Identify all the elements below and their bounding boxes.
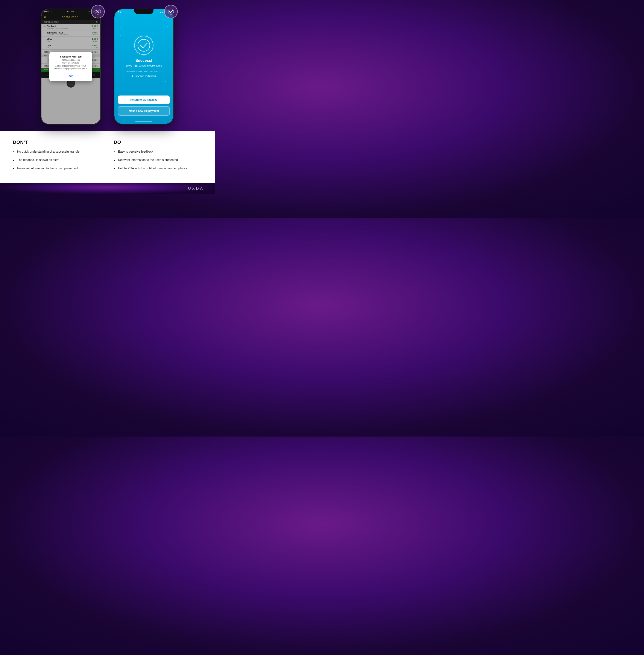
bottom-section: DON'T No quick understanding of a succes… xyxy=(0,131,215,183)
good-badge xyxy=(164,5,178,19)
notch-time: 9:41 xyxy=(118,11,122,14)
success-title: Success! xyxy=(135,59,152,63)
svg-point-3 xyxy=(168,9,174,15)
dialog-ok-button[interactable]: OK xyxy=(69,75,73,78)
new-bill-payment-button[interactable]: Make a new bill payment xyxy=(118,106,170,116)
close-button-row: ✕ xyxy=(114,15,173,20)
reference-number: Reference number: RB83140819142222 xyxy=(127,71,161,73)
dont-title: DON'T xyxy=(13,140,101,145)
success-circle xyxy=(134,36,154,55)
left-phone: ●●●○○ GS 9:41 AM 🔵▲📶🔋 ≡ comdirect Edit c… xyxy=(41,8,101,124)
return-to-finances-button[interactable]: Return to My finances xyxy=(118,95,170,104)
dialog-overlay: Feedback HBCI job 81870423/20041133 SEPA… xyxy=(41,9,100,124)
do-list: Easy to perceive feedback Relevant infor… xyxy=(114,149,202,171)
svg-point-4 xyxy=(138,39,150,51)
notch xyxy=(134,9,154,14)
dialog-line-2: SEPA-Überweisung xyxy=(53,62,89,65)
dont-column: DON'T No quick understanding of a succes… xyxy=(13,140,101,174)
decorative-dots: ~ ~ xyxy=(114,20,173,93)
dialog-body: 81870423/20041133 SEPA-Überweisung Auftr… xyxy=(53,59,89,70)
do-title: DO xyxy=(114,140,202,145)
bad-badge xyxy=(91,5,105,19)
success-content: ~ ~ Success! 60.00 AED sent to Mobile ho xyxy=(114,20,173,93)
right-phone: 9:41 ▲▲))))🔋 ✕ xyxy=(114,8,174,124)
dont-list: No quick understanding of a successful t… xyxy=(13,149,101,171)
dialog-line-3: Auftrag entgegengenommen. (0010) xyxy=(53,65,89,68)
download-icon: ⬇ xyxy=(131,74,133,77)
list-item: Relevant information to the user is pres… xyxy=(114,158,202,162)
list-item: Irrelevant information to the is user pr… xyxy=(13,166,101,171)
list-item: Easy to perceive feedback xyxy=(114,149,202,154)
dialog-box: Feedback HBCI job 81870423/20041133 SEPA… xyxy=(49,52,92,81)
list-item: No quick understanding of a successful t… xyxy=(13,149,101,154)
dialog-line-1: 81870423/20041133 xyxy=(53,59,89,62)
list-item: Helpful CTA with the right information a… xyxy=(114,166,202,171)
download-button[interactable]: ⬇ Download confirmation xyxy=(131,74,157,77)
dialog-button-row: OK xyxy=(53,73,89,78)
dialog-line-4: Nachricht entgegengenommen. (0010) xyxy=(53,67,89,70)
list-item: The feedback is shown as alert xyxy=(13,158,101,162)
cta-section: Return to My finances Make a new bill pa… xyxy=(114,93,173,120)
success-subtitle: 60.00 AED sent to Mobile home xyxy=(126,64,162,67)
home-indicator xyxy=(135,121,153,122)
top-section: ●●●○○ GS 9:41 AM 🔵▲📶🔋 ≡ comdirect Edit c… xyxy=(0,0,215,131)
right-phone-wrapper: 9:41 ▲▲))))🔋 ✕ xyxy=(114,8,174,124)
uxda-logo: UXDA xyxy=(188,186,204,191)
dialog-title: Feedback HBCI job xyxy=(53,55,89,58)
download-label: Download confirmation xyxy=(135,75,157,77)
do-column: DO Easy to perceive feedback Relevant in… xyxy=(114,140,202,174)
left-phone-wrapper: ●●●○○ GS 9:41 AM 🔵▲📶🔋 ≡ comdirect Edit c… xyxy=(41,8,101,124)
